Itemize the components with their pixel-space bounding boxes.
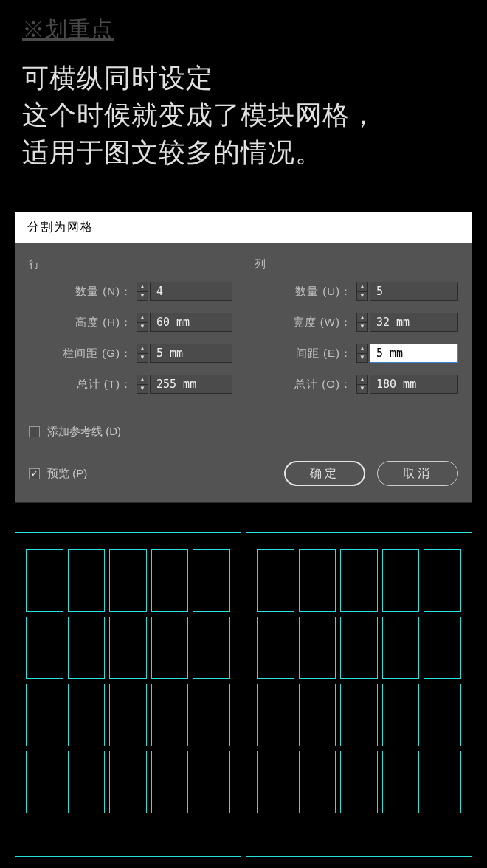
columns-section: 列 数量 (U)： ▲ ▼ 宽度 (W)： ▲ ▼ (255, 257, 458, 406)
split-into-grid-dialog: 分割为网格 行 数量 (N)： ▲ ▼ 高度 (H)： ▲ (15, 212, 472, 503)
row-total-input[interactable] (150, 375, 232, 394)
grid-cell (68, 617, 106, 679)
col-gap-stepper[interactable]: ▲ ▼ (356, 344, 368, 363)
row-gutter-input[interactable] (150, 344, 232, 363)
row-total-stepper[interactable]: ▲ ▼ (137, 375, 148, 394)
grid-cell (340, 684, 378, 746)
preview-label: 预览 (P) (47, 467, 87, 481)
col-width-stepper[interactable]: ▲ ▼ (356, 313, 368, 332)
row-height-field: 高度 (H)： ▲ ▼ (29, 313, 232, 332)
row-total-field: 总计 (T)： ▲ ▼ (29, 375, 232, 394)
chevron-up-icon[interactable]: ▲ (356, 313, 368, 322)
chevron-up-icon[interactable]: ▲ (356, 375, 368, 384)
grid-cell (299, 751, 336, 813)
grid-cell (382, 549, 420, 612)
chevron-down-icon[interactable]: ▼ (137, 322, 148, 333)
grid-cell (26, 684, 63, 746)
grid-page-left (15, 532, 241, 857)
rows-section: 行 数量 (N)： ▲ ▼ 高度 (H)： ▲ ▼ (29, 257, 232, 406)
col-width-field: 宽度 (W)： ▲ ▼ (255, 313, 458, 332)
add-guides-row[interactable]: 添加参考线 (D) (29, 425, 458, 439)
row-count-input[interactable] (150, 282, 232, 301)
grid-cell (299, 549, 336, 612)
grid-cell (109, 684, 147, 746)
columns-section-title: 列 (255, 257, 458, 271)
col-total-input[interactable] (370, 375, 458, 394)
grid-cell (299, 684, 336, 746)
col-width-label: 宽度 (W)： (293, 316, 352, 330)
chevron-down-icon[interactable]: ▼ (356, 322, 368, 333)
row-count-stepper[interactable]: ▲ ▼ (137, 282, 148, 301)
preview-checkbox[interactable] (29, 468, 40, 479)
grid-cell (340, 751, 378, 813)
col-width-input[interactable] (370, 313, 458, 332)
row-height-label: 高度 (H)： (75, 316, 132, 330)
grid-cell (151, 751, 189, 813)
grid-cell (340, 549, 378, 612)
dialog-title: 分割为网格 (15, 212, 472, 243)
grid-cell (257, 684, 294, 746)
key-point-tag: ※划重点 (22, 15, 465, 45)
chevron-down-icon[interactable]: ▼ (356, 291, 368, 302)
col-count-stepper[interactable]: ▲ ▼ (356, 282, 368, 301)
grid-cell (257, 617, 294, 679)
col-gap-field: 间距 (E)： ▲ ▼ (255, 344, 458, 363)
grid-cell (193, 617, 230, 679)
grid-cell (340, 617, 378, 679)
chevron-down-icon[interactable]: ▼ (137, 384, 148, 395)
chevron-up-icon[interactable]: ▲ (137, 313, 148, 322)
grid-cell (424, 751, 461, 813)
grid-cell (299, 617, 336, 679)
grid-cell (68, 684, 106, 746)
grid-cell (68, 751, 106, 813)
chevron-down-icon[interactable]: ▼ (356, 384, 368, 395)
chevron-down-icon[interactable]: ▼ (356, 353, 368, 364)
col-total-field: 总计 (O)： ▲ ▼ (255, 375, 458, 394)
ok-button[interactable]: 确定 (284, 461, 365, 486)
add-guides-label: 添加参考线 (D) (47, 425, 121, 439)
grid-cell (26, 549, 63, 612)
grid-cell (109, 751, 147, 813)
headline-line3: 适用于图文较多的情况。 (22, 134, 465, 171)
grid-cell (257, 549, 294, 612)
headline-line2: 这个时候就变成了模块网格， (22, 97, 465, 133)
col-gap-input[interactable] (370, 344, 458, 363)
chevron-up-icon[interactable]: ▲ (137, 282, 148, 291)
headline: 可横纵同时设定 这个时候就变成了模块网格， 适用于图文较多的情况。 (22, 60, 465, 171)
add-guides-checkbox[interactable] (29, 426, 40, 437)
grid-cell (382, 751, 420, 813)
row-height-stepper[interactable]: ▲ ▼ (137, 313, 148, 332)
chevron-down-icon[interactable]: ▼ (137, 353, 148, 364)
grid-cell (193, 684, 230, 746)
chevron-up-icon[interactable]: ▲ (356, 282, 368, 291)
chevron-up-icon[interactable]: ▲ (356, 344, 368, 353)
grid-page-right (246, 532, 472, 857)
col-total-stepper[interactable]: ▲ ▼ (356, 375, 368, 394)
preview-row[interactable]: 预览 (P) (29, 467, 87, 481)
grid-cell (193, 751, 230, 813)
row-count-label: 数量 (N)： (75, 285, 132, 299)
col-count-field: 数量 (U)： ▲ ▼ (255, 282, 458, 301)
grid-cell (109, 549, 147, 612)
chevron-up-icon[interactable]: ▲ (137, 344, 148, 353)
grid-cell (26, 617, 63, 679)
row-gutter-stepper[interactable]: ▲ ▼ (137, 344, 148, 363)
row-count-field: 数量 (N)： ▲ ▼ (29, 282, 232, 301)
grid-cell (151, 617, 189, 679)
grid-cell (382, 684, 420, 746)
row-gutter-field: 栏间距 (G)： ▲ ▼ (29, 344, 232, 363)
grid-cell (26, 751, 63, 813)
grid-cell (382, 617, 420, 679)
row-gutter-label: 栏间距 (G)： (63, 347, 132, 361)
col-count-input[interactable] (370, 282, 458, 301)
chevron-down-icon[interactable]: ▼ (137, 291, 148, 302)
col-total-label: 总计 (O)： (294, 378, 352, 392)
grid-cell (193, 549, 230, 612)
grid-preview (15, 532, 472, 857)
grid-cell (424, 549, 461, 612)
cancel-button[interactable]: 取消 (377, 461, 458, 486)
chevron-up-icon[interactable]: ▲ (137, 375, 148, 384)
row-height-input[interactable] (150, 313, 232, 332)
headline-line1: 可横纵同时设定 (22, 60, 465, 97)
grid-cell (257, 751, 294, 813)
